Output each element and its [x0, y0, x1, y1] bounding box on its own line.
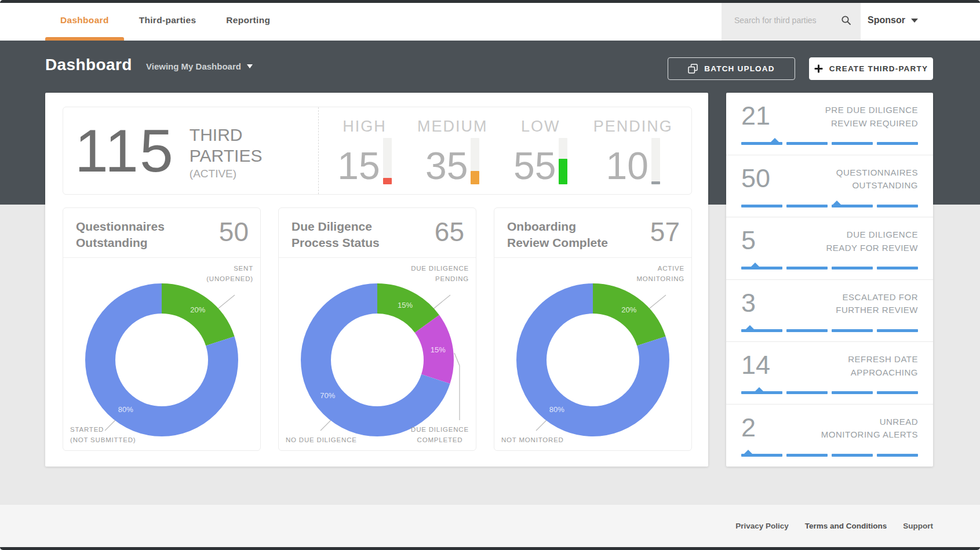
metric-value: 2	[741, 414, 778, 442]
tab-third-parties[interactable]: Third-parties	[124, 0, 212, 41]
metric-unread-monitoring-alerts[interactable]: 2 UNREAD MONITORING ALERTS	[726, 405, 933, 467]
risk-meter	[559, 138, 567, 184]
chart-total: 57	[650, 218, 680, 245]
donut-percent-label: 70%	[320, 392, 335, 400]
total-third-parties-label: THIRD PARTIES (ACTIVE)	[190, 121, 263, 180]
risk-meter	[383, 138, 392, 184]
user-menu-sponsor[interactable]: Sponsor	[868, 0, 918, 41]
chart-total: 65	[435, 218, 464, 245]
metric-progress-bar	[741, 262, 918, 269]
risk-value: 15	[337, 148, 380, 184]
donut-percent-label: 20%	[621, 306, 636, 315]
risk-stat-pending: PENDING 10	[593, 118, 673, 184]
onboarding-review-complete-card: Onboarding Review Complete 57 20%80% ACT…	[494, 207, 692, 451]
third-parties-label: THIRD PARTIES	[190, 125, 263, 166]
slice-label-sent-unopened: SENT (UNOPENED)	[206, 264, 253, 285]
donut-chart: 20%80% ACTIVE MONITORING NOT MONITORED	[494, 258, 691, 450]
total-third-parties-value: 115	[75, 121, 174, 181]
slice-label-not-monitored: NOT MONITORED	[501, 435, 564, 446]
chart-title: Onboarding Review Complete	[507, 218, 608, 250]
third-parties-summary-card: 115 THIRD PARTIES (ACTIVE) HIGH 15 MEDIU…	[63, 107, 692, 195]
risk-level-stats: HIGH 15 MEDIUM 35 LOW 55	[318, 107, 691, 194]
nav-tabs: Dashboard Third-parties Reporting	[45, 0, 285, 41]
donut-chart: 20%80% SENT (UNOPENED) STARTED (NOT SUBM…	[63, 258, 260, 450]
metric-label: DUE DILIGENCE READY FOR REVIEW	[826, 227, 918, 254]
user-menu-label: Sponsor	[868, 15, 905, 26]
metric-due-diligence-ready-for-review[interactable]: 5 DUE DILIGENCE READY FOR REVIEW	[726, 217, 933, 280]
donut-percent-label: 80%	[549, 405, 564, 414]
risk-value: 10	[606, 148, 649, 184]
metric-value: 3	[741, 290, 778, 317]
charts-row: Questionnaires Outstanding 50 20%80% SEN…	[63, 207, 692, 451]
due-diligence-process-status-card: Due Diligence Process Status 65 15%15%70…	[278, 207, 476, 451]
metric-progress-bar	[741, 200, 918, 207]
risk-label: HIGH	[343, 118, 387, 136]
risk-meter	[651, 138, 660, 184]
privacy-policy-link[interactable]: Privacy Policy	[735, 522, 789, 530]
slice-label-due-diligence-pending: DUE DILIGENCE PENDING	[411, 264, 469, 285]
batch-upload-label: BATCH UPLOAD	[704, 64, 774, 73]
metric-progress-bar	[741, 137, 918, 145]
tab-dashboard[interactable]: Dashboard	[45, 0, 124, 41]
risk-label: LOW	[521, 118, 560, 136]
slice-label-active-monitoring: ACTIVE MONITORING	[636, 264, 684, 285]
metric-questionnaires-outstanding[interactable]: 50 QUESTIONNAIRES OUTSTANDING	[726, 155, 933, 218]
support-link[interactable]: Support	[903, 522, 933, 530]
chart-title: Due Diligence Process Status	[292, 218, 380, 250]
plus-icon	[814, 64, 823, 73]
donut-percent-label: 20%	[190, 306, 205, 315]
main-dashboard-panel: 115 THIRD PARTIES (ACTIVE) HIGH 15 MEDIU…	[45, 93, 708, 467]
view-selector[interactable]: Viewing My Dashboard	[146, 61, 253, 71]
metric-label: UNREAD MONITORING ALERTS	[821, 414, 918, 442]
search-box[interactable]	[722, 0, 861, 41]
window-bottom-edge	[0, 547, 980, 550]
risk-stat-medium: MEDIUM 35	[417, 118, 488, 184]
metric-value: 50	[741, 165, 778, 192]
risk-label: PENDING	[593, 118, 673, 136]
active-third-parties-total: 115 THIRD PARTIES (ACTIVE)	[63, 107, 318, 194]
metric-pre-due-diligence-review-required[interactable]: 21 PRE DUE DILIGENCE REVIEW REQUIRED	[726, 93, 933, 155]
metric-progress-bar	[741, 449, 918, 457]
metrics-sidebar: 21 PRE DUE DILIGENCE REVIEW REQUIRED 50 …	[726, 93, 933, 467]
terms-and-conditions-link[interactable]: Terms and Conditions	[805, 522, 887, 530]
create-third-party-label: CREATE THIRD-PARTY	[829, 64, 928, 73]
risk-stat-high: HIGH 15	[337, 118, 391, 184]
search-input[interactable]	[734, 16, 841, 25]
metric-label: QUESTIONNAIRES OUTSTANDING	[836, 165, 918, 192]
donut-percent-label: 80%	[118, 405, 133, 414]
chart-total: 50	[219, 218, 249, 245]
metric-value: 5	[741, 227, 778, 254]
page-title: Dashboard	[45, 56, 132, 74]
batch-upload-button[interactable]: BATCH UPLOAD	[668, 57, 795, 80]
chevron-down-icon	[247, 64, 253, 68]
metric-refresh-date-approaching[interactable]: 14 REFRESH DATE APPROACHING	[726, 342, 933, 405]
chevron-down-icon	[911, 19, 918, 23]
risk-stat-low: LOW 55	[513, 118, 567, 184]
metric-label: PRE DUE DILIGENCE REVIEW REQUIRED	[825, 103, 918, 130]
slice-label-no-due-diligence: NO DUE DILIGENCE	[286, 435, 357, 446]
donut-percent-label: 15%	[398, 301, 413, 309]
chart-title: Questionnaires Outstanding	[76, 218, 165, 250]
metric-value: 14	[741, 352, 778, 379]
window-top-edge	[0, 0, 980, 3]
create-third-party-button[interactable]: CREATE THIRD-PARTY	[809, 57, 933, 80]
leader-line	[454, 353, 460, 420]
metric-progress-bar	[741, 325, 918, 332]
copy-icon	[688, 64, 698, 74]
donut-chart: 15%15%70% DUE DILIGENCE PENDING DUE DILI…	[279, 258, 476, 450]
metric-label: ESCALATED FOR FURTHER REVIEW	[836, 290, 918, 317]
metric-progress-bar	[741, 387, 918, 394]
risk-value: 35	[425, 148, 468, 184]
tab-reporting[interactable]: Reporting	[211, 0, 285, 41]
slice-label-due-diligence-completed: DUE DILIGENCE COMPLETED	[406, 425, 473, 446]
risk-value: 55	[513, 148, 556, 184]
search-icon[interactable]	[841, 15, 851, 26]
metric-value: 21	[741, 103, 778, 130]
slice-label-started-not-submitted: STARTED (NOT SUBMITTED)	[70, 425, 136, 446]
metric-escalated-for-further-review[interactable]: 3 ESCALATED FOR FURTHER REVIEW	[726, 280, 933, 343]
risk-meter	[471, 138, 479, 184]
donut-percent-label: 15%	[431, 346, 446, 355]
view-selector-label: Viewing My Dashboard	[146, 61, 241, 71]
top-navigation-bar: Dashboard Third-parties Reporting Sponso…	[0, 0, 980, 41]
questionnaires-outstanding-card: Questionnaires Outstanding 50 20%80% SEN…	[63, 207, 261, 451]
